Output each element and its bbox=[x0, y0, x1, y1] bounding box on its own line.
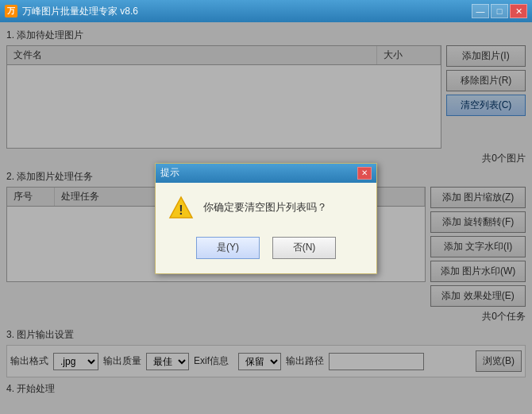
app-title: 万峰图片批量处理专家 v8.6 bbox=[22, 5, 472, 18]
dialog-message: 你确定要清空图片列表吗？ bbox=[203, 200, 327, 215]
dialog-title: 提示 bbox=[160, 166, 357, 180]
minimize-button[interactable]: — bbox=[472, 4, 489, 18]
svg-text:!: ! bbox=[179, 203, 183, 217]
dialog: 提示 ✕ ! 你确定要清空图片列表吗？ 是(Y) 否(N) bbox=[155, 163, 377, 274]
modal-overlay: 提示 ✕ ! 你确定要清空图片列表吗？ 是(Y) 否(N) bbox=[0, 22, 532, 414]
window-controls: — □ ✕ bbox=[472, 4, 527, 18]
dialog-close-button[interactable]: ✕ bbox=[357, 167, 372, 180]
dialog-yes-button[interactable]: 是(Y) bbox=[196, 237, 260, 259]
dialog-buttons: 是(Y) 否(N) bbox=[156, 230, 376, 272]
close-button[interactable]: ✕ bbox=[510, 4, 527, 18]
restore-button[interactable]: □ bbox=[491, 4, 508, 18]
title-bar: 万 万峰图片批量处理专家 v8.6 — □ ✕ bbox=[0, 0, 532, 22]
dialog-titlebar: 提示 ✕ bbox=[156, 164, 376, 183]
warning-icon: ! bbox=[168, 195, 194, 221]
dialog-content: ! 你确定要清空图片列表吗？ bbox=[156, 183, 376, 230]
main-window: 1. 添加待处理图片 文件名 大小 添加图片(I) 移除图片(R) 清空列表(C… bbox=[0, 22, 532, 414]
app-icon: 万 bbox=[5, 5, 17, 17]
dialog-no-button[interactable]: 否(N) bbox=[272, 237, 336, 259]
